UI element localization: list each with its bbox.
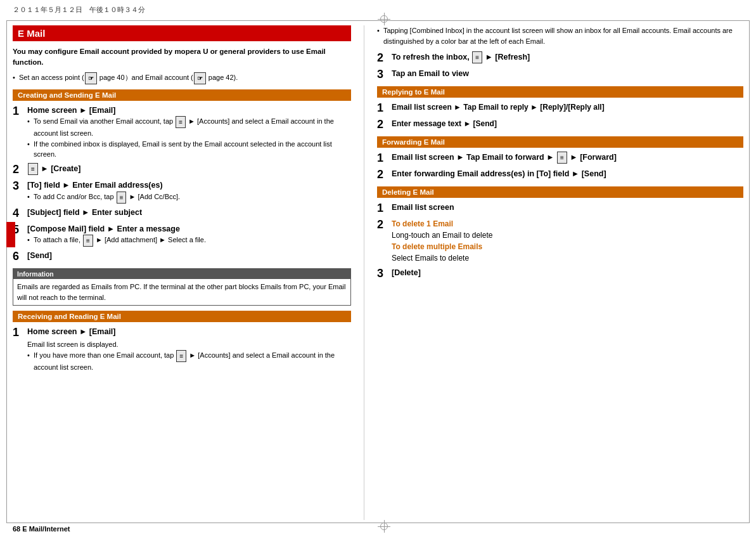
timestamp: ２０１１年５月１２日 午後１０時３４分	[13, 5, 145, 15]
step-creating-1: 1 Home screen ► [Email] To send Email vi…	[13, 105, 351, 160]
step-delete-3: 3 [Delete]	[377, 267, 743, 280]
step-reply-num-2: 2	[377, 118, 388, 131]
info-box-title: Information	[13, 269, 350, 279]
receiving-section-title: Receiving and Reading E Mail	[13, 311, 351, 322]
step-recv-content-1: Home screen ► [Email] Email list screen …	[27, 326, 351, 372]
step-num-3: 3	[13, 179, 24, 193]
step-reply-num-1: 1	[377, 101, 388, 115]
step-num-1: 1	[13, 105, 24, 118]
step-content-5: [Compose Mail] field ► Enter a message T…	[27, 223, 351, 247]
step3-bullet1: To add Cc and/or Bcc, tap ≡ ► [Add Cc/Bc…	[27, 192, 351, 204]
step-read-content-2: To refresh the inbox, ≡ ► [Refresh]	[392, 51, 743, 63]
step-del3-main: [Delete]	[392, 268, 421, 277]
menu-icon-1: ≡	[176, 116, 186, 128]
step-recv1-sub: Email list screen is displayed.	[27, 339, 351, 350]
step-fwd-num-1: 1	[377, 152, 388, 165]
step6-main: [Send]	[27, 251, 52, 260]
tapping-bullet: Tapping [Combined Inbox] in the account …	[377, 25, 743, 46]
step-forward-2: 2 Enter forwarding Email address(es) in …	[377, 168, 743, 181]
step-receiving-1: 1 Home screen ► [Email] Email list scree…	[13, 326, 351, 372]
step-reading-3: 3 Tap an Email to view	[377, 68, 743, 81]
step-read-num-3: 3	[377, 68, 388, 81]
crosshair-top	[378, 13, 390, 25]
step-read2-main: To refresh the inbox, ≡ ► [Refresh]	[392, 53, 530, 62]
step-del-content-1: Email list screen	[392, 202, 743, 214]
step-del1-main: Email list screen	[392, 203, 454, 212]
menu-icon-5: ≡	[176, 350, 186, 362]
step-replying-2: 2 Enter message text ► [Send]	[377, 118, 743, 131]
step-reply-content-2: Enter message text ► [Send]	[392, 118, 743, 129]
section-title-email: E Mail	[13, 25, 351, 41]
doc-icon-1: ☞	[85, 72, 97, 84]
step-fwd1-main: Email list screen ► Tap Email to forward…	[392, 153, 617, 162]
step-num-2: 2	[13, 163, 24, 176]
step-read-content-3: Tap an Email to view	[392, 68, 743, 80]
step-creating-2: 2 ≡ ► [Create]	[13, 163, 351, 176]
deleting-section-title: Deleting E Mail	[377, 186, 743, 198]
step-del2-green2: To delete multiple Emails	[392, 241, 743, 252]
step-del-num-3: 3	[377, 267, 388, 280]
step-del2-text1: Long-touch an Email to delete	[392, 230, 743, 241]
step4-main: [Subject] field ► Enter subject	[27, 208, 142, 217]
step-num-4: 4	[13, 207, 24, 220]
step1-bullet2: If the combined inbox is displayed, Emai…	[27, 139, 351, 160]
step-reply2-main: Enter message text ► [Send]	[392, 119, 497, 128]
step-fwd2-main: Enter forwarding Email address(es) in [T…	[392, 169, 606, 178]
menu-icon-3: ≡	[117, 192, 127, 204]
step-del-num-2: 2	[377, 218, 388, 231]
menu-icon-4: ≡	[83, 235, 93, 247]
step-creating-5: 5 [Compose Mail] field ► Enter a message…	[13, 223, 351, 247]
red-page-marker	[6, 222, 15, 247]
step-read-num-2: 2	[377, 51, 388, 65]
step-del2-green1: To delete 1 Email	[392, 218, 743, 230]
information-box: Information Emails are regarded as Email…	[13, 268, 351, 306]
border-right	[749, 20, 750, 523]
step-content-1: Home screen ► [Email] To send Email via …	[27, 105, 351, 160]
step-reading-2: 2 To refresh the inbox, ≡ ► [Refresh]	[377, 51, 743, 65]
step1-bullet1: To send Email via another Email account,…	[27, 116, 351, 139]
left-column: E Mail You may configure Email account p…	[13, 25, 364, 520]
menu-icon-6: ≡	[472, 51, 482, 63]
step-del2-text2: Select Emails to delete	[392, 252, 743, 264]
step-content-6: [Send]	[27, 250, 351, 262]
footer-text: 68 E Mail/Internet	[13, 525, 70, 533]
step-read3-main: Tap an Email to view	[392, 69, 469, 78]
crosshair-bottom	[378, 520, 390, 533]
step3-main: [To] field ► Enter Email address(es)	[27, 181, 163, 190]
step-content-3: [To] field ► Enter Email address(es) To …	[27, 179, 351, 204]
intro-bullet: Set an access point (☞ page 40）and Email…	[13, 72, 351, 84]
step5-bullet1: To attach a file, ≡ ► [Add attachment] ►…	[27, 235, 351, 247]
menu-icon-2: ≡	[28, 163, 38, 175]
forwarding-section-title: Forwarding E Mail	[377, 136, 743, 148]
step-del-content-2: To delete 1 Email Long-touch an Email to…	[392, 218, 743, 264]
replying-section-title: Replying to E Mail	[377, 86, 743, 98]
step-del-num-1: 1	[377, 202, 388, 215]
step1-main: Home screen ► [Email]	[27, 106, 116, 115]
step-forward-1: 1 Email list screen ► Tap Email to forwa…	[377, 152, 743, 165]
step-recv-num-1: 1	[13, 326, 24, 339]
step-fwd-num-2: 2	[377, 168, 388, 181]
info-box-content: Emails are regarded as Emails from PC. I…	[13, 279, 350, 305]
intro-bold-text: You may configure Email account provided…	[13, 46, 351, 68]
step-creating-4: 4 [Subject] field ► Enter subject	[13, 207, 351, 220]
step-content-4: [Subject] field ► Enter subject	[27, 207, 351, 219]
menu-icon-7: ≡	[557, 152, 567, 164]
step-replying-1: 1 Email list screen ► Tap Email to reply…	[377, 101, 743, 115]
step2-main: ≡ ► [Create]	[27, 164, 80, 173]
creating-section-title: Creating and Sending E Mail	[13, 89, 351, 101]
step-creating-6: 6 [Send]	[13, 250, 351, 263]
border-left	[6, 20, 7, 523]
right-column: Tapping [Combined Inbox] in the account …	[364, 25, 743, 520]
doc-icon-2: ☞	[194, 72, 206, 84]
step-reply1-main: Email list screen ► Tap Email to reply ►…	[392, 103, 605, 112]
step-recv1-bullet1: If you have more than one Email account,…	[27, 350, 351, 373]
step-recv1-main: Home screen ► [Email]	[27, 327, 116, 336]
step5-main: [Compose Mail] field ► Enter a message	[27, 224, 180, 233]
step-reply-content-1: Email list screen ► Tap Email to reply ►…	[392, 101, 743, 113]
step-del-content-3: [Delete]	[392, 267, 743, 279]
step-num-6: 6	[13, 250, 24, 263]
step-content-2: ≡ ► [Create]	[27, 163, 351, 175]
main-content: E Mail You may configure Email account p…	[13, 25, 743, 520]
step-fwd-content-2: Enter forwarding Email address(es) in [T…	[392, 168, 743, 180]
step-fwd-content-1: Email list screen ► Tap Email to forward…	[392, 152, 743, 164]
